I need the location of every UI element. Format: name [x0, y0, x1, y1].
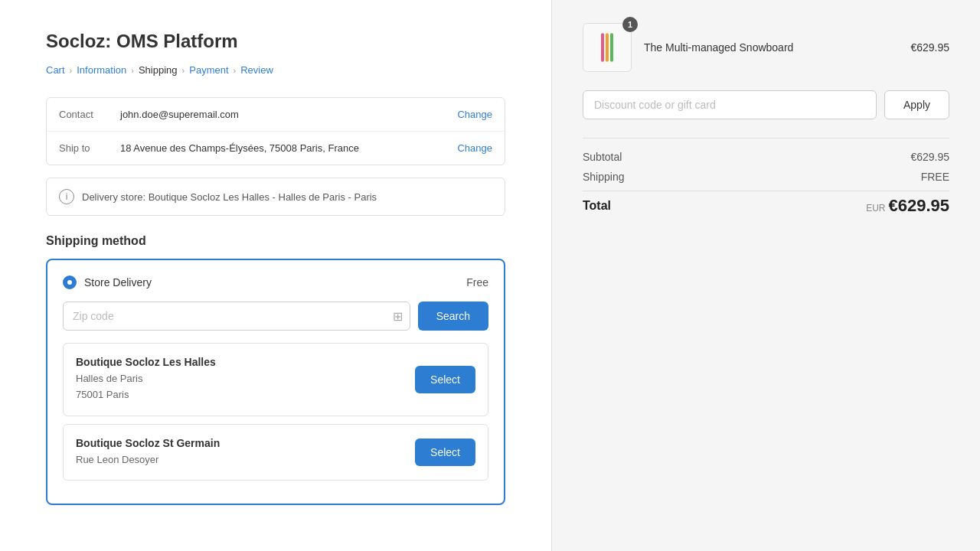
store-delivery-radio[interactable]: [63, 276, 77, 289]
shipping-label-left: Store Delivery: [63, 276, 152, 289]
shipping-method-title: Shipping method: [46, 234, 505, 248]
total-label: Total: [583, 199, 611, 213]
shipping-method-box: Store Delivery Free ⊞ Search Boutique So…: [46, 259, 505, 505]
breadcrumb: Cart › Information › Shipping › Payment …: [46, 64, 505, 76]
store-address-1: Halles de Paris 75001 Paris: [76, 371, 216, 403]
discount-row: Apply: [583, 90, 949, 119]
search-button[interactable]: Search: [418, 302, 488, 331]
zip-row: ⊞ Search: [63, 302, 488, 331]
store-delivery-label: Store Delivery: [84, 276, 152, 289]
product-quantity-badge: 1: [622, 17, 638, 32]
apply-button[interactable]: Apply: [884, 90, 949, 119]
store-card-2: Boutique Socloz St Germain Rue Leon Deso…: [63, 424, 488, 481]
breadcrumb-sep-2: ›: [131, 66, 134, 75]
product-price: €629.95: [910, 41, 949, 54]
total-row: Total EUR€629.95: [583, 191, 949, 216]
breadcrumb-sep-4: ›: [234, 66, 237, 75]
shipping-row: Shipping FREE: [583, 171, 949, 183]
breadcrumb-sep-1: ›: [70, 66, 73, 75]
store-address-2: Rue Leon Desoyer: [76, 452, 220, 468]
subtotal-label: Subtotal: [583, 151, 622, 163]
ship-to-change-link[interactable]: Change: [457, 142, 492, 154]
zip-input[interactable]: [63, 302, 410, 331]
delivery-notice: i Delivery store: Boutique Socloz Les Ha…: [46, 178, 505, 216]
total-amount: EUR€629.95: [866, 196, 949, 216]
store-address-line1-1: Halles de Paris: [76, 373, 142, 384]
svg-rect-0: [601, 33, 604, 61]
product-image: [583, 23, 632, 72]
select-store-1-button[interactable]: Select: [415, 366, 475, 393]
breadcrumb-payment[interactable]: Payment: [189, 64, 228, 76]
total-value: €629.95: [888, 196, 949, 215]
info-icon: i: [59, 189, 74, 204]
radio-inner: [67, 280, 72, 285]
app-title: Socloz: OMS Platform: [46, 31, 505, 52]
breadcrumb-review[interactable]: Review: [240, 64, 273, 76]
contact-ship-card: Contact john.doe@superemail.com Change S…: [46, 97, 505, 165]
totals: Subtotal €629.95 Shipping FREE Total EUR…: [583, 138, 949, 216]
breadcrumb-shipping: Shipping: [139, 64, 178, 76]
shipping-header: Store Delivery Free: [63, 276, 488, 289]
zip-input-wrapper: ⊞: [63, 302, 410, 331]
ship-to-label: Ship to: [59, 142, 120, 154]
contact-change-link[interactable]: Change: [457, 109, 492, 120]
contact-label: Contact: [59, 109, 120, 120]
ship-to-row: Ship to 18 Avenue des Champs-Élysées, 75…: [47, 132, 505, 165]
product-row: 1 The Multi-managed Snowboard €629.95: [583, 23, 949, 72]
store-address-line2-1: 75001 Paris: [76, 389, 129, 400]
ship-to-value: 18 Avenue des Champs-Élysées, 75008 Pari…: [120, 142, 457, 154]
contact-row: Contact john.doe@superemail.com Change: [47, 98, 505, 132]
svg-rect-1: [606, 33, 609, 61]
breadcrumb-information[interactable]: Information: [77, 64, 126, 76]
store-name-2: Boutique Socloz St Germain: [76, 437, 220, 449]
svg-rect-2: [610, 33, 613, 61]
subtotal-value: €629.95: [910, 151, 949, 163]
select-store-2-button[interactable]: Select: [415, 439, 475, 466]
shipping-label: Shipping: [583, 171, 625, 183]
store-card-1: Boutique Socloz Les Halles Halles de Par…: [63, 343, 488, 416]
shipping-free-label: Free: [466, 276, 488, 289]
discount-input[interactable]: [583, 90, 877, 119]
breadcrumb-sep-3: ›: [182, 66, 185, 75]
store-address-line1-2: Rue Leon Desoyer: [76, 454, 158, 465]
product-name: The Multi-managed Snowboard: [644, 41, 898, 54]
store-info-1: Boutique Socloz Les Halles Halles de Par…: [76, 356, 216, 403]
location-icon: ⊞: [393, 309, 403, 324]
contact-value: john.doe@superemail.com: [120, 109, 457, 120]
total-currency: EUR: [866, 203, 885, 214]
store-info-2: Boutique Socloz St Germain Rue Leon Deso…: [76, 437, 220, 468]
subtotal-row: Subtotal €629.95: [583, 151, 949, 163]
product-image-wrapper: 1: [583, 23, 632, 72]
breadcrumb-cart[interactable]: Cart: [46, 64, 65, 76]
delivery-notice-text: Delivery store: Boutique Socloz Les Hall…: [82, 191, 377, 203]
shipping-value: FREE: [921, 171, 949, 183]
store-name-1: Boutique Socloz Les Halles: [76, 356, 216, 368]
